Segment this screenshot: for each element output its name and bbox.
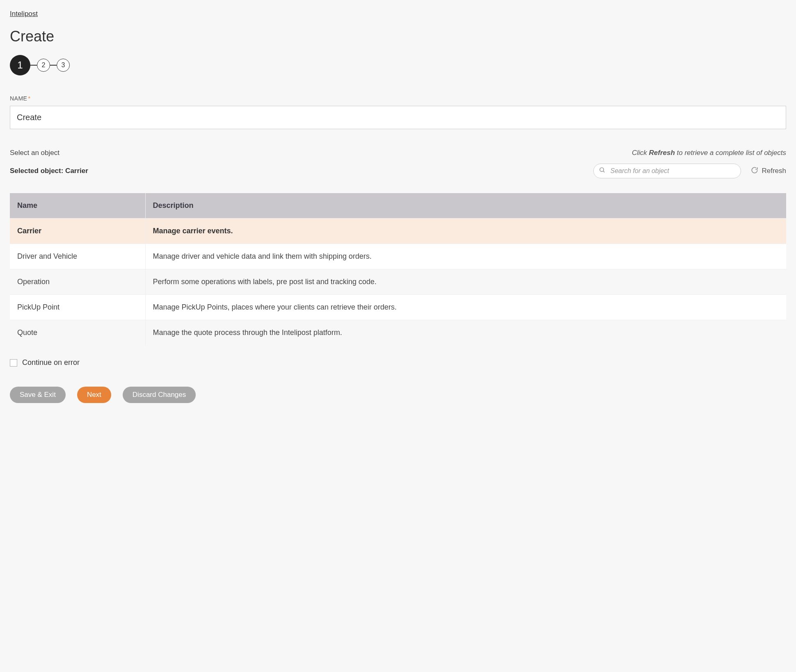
step-indicator: 1 2 3: [10, 55, 786, 75]
table-cell-description: Perform some operations with labels, pre…: [145, 269, 786, 295]
search-icon: [599, 167, 606, 175]
table-cell-description: Manage the quote process through the Int…: [145, 320, 786, 346]
table-header-description: Description: [145, 193, 786, 219]
refresh-hint: Click Refresh to retrieve a complete lis…: [632, 149, 786, 157]
table-row[interactable]: Driver and VehicleManage driver and vehi…: [10, 244, 786, 269]
refresh-button[interactable]: Refresh: [751, 166, 786, 176]
selected-object-label: Selected object: Carrier: [10, 167, 88, 175]
svg-point-0: [600, 168, 604, 171]
continue-on-error-checkbox[interactable]: [10, 359, 17, 367]
name-field-label: NAME*: [10, 95, 786, 102]
table-row[interactable]: PickUp PointManage PickUp Points, places…: [10, 295, 786, 320]
table-cell-name: Operation: [10, 269, 145, 295]
step-2[interactable]: 2: [37, 59, 50, 72]
table-cell-name: Driver and Vehicle: [10, 244, 145, 269]
step-connector: [50, 65, 57, 66]
refresh-icon: [751, 166, 758, 176]
page-title: Create: [10, 28, 786, 45]
continue-on-error-label: Continue on error: [22, 358, 80, 367]
table-cell-description: Manage driver and vehicle data and link …: [145, 244, 786, 269]
table-cell-name: PickUp Point: [10, 295, 145, 320]
required-mark: *: [28, 95, 30, 102]
table-cell-description: Manage PickUp Points, places where your …: [145, 295, 786, 320]
objects-table: Name Description CarrierManage carrier e…: [10, 193, 786, 345]
svg-line-1: [603, 171, 604, 172]
table-cell-name: Quote: [10, 320, 145, 346]
save-exit-button[interactable]: Save & Exit: [10, 387, 66, 403]
next-button[interactable]: Next: [77, 387, 111, 403]
table-row[interactable]: QuoteManage the quote process through th…: [10, 320, 786, 346]
refresh-button-label: Refresh: [762, 167, 786, 175]
name-input[interactable]: [10, 106, 786, 129]
discard-button[interactable]: Discard Changes: [123, 387, 196, 403]
table-cell-description: Manage carrier events.: [145, 219, 786, 244]
search-input[interactable]: [593, 164, 741, 178]
select-object-label: Select an object: [10, 149, 59, 157]
table-header-name: Name: [10, 193, 145, 219]
step-connector: [30, 65, 37, 66]
step-3[interactable]: 3: [57, 59, 70, 72]
table-row[interactable]: OperationPerform some operations with la…: [10, 269, 786, 295]
step-1[interactable]: 1: [10, 55, 30, 75]
table-cell-name: Carrier: [10, 219, 145, 244]
table-row[interactable]: CarrierManage carrier events.: [10, 219, 786, 244]
breadcrumb-link[interactable]: Intelipost: [10, 10, 38, 18]
